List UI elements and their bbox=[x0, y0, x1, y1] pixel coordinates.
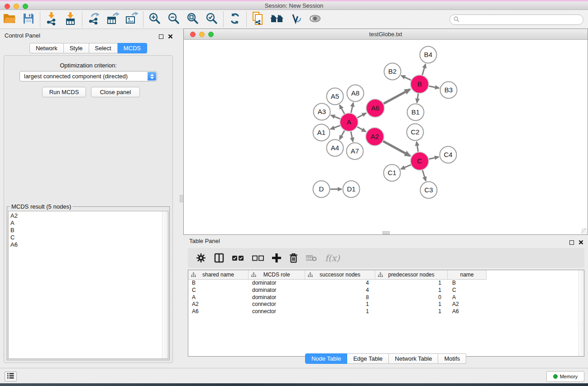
mcds-result-item[interactable]: A bbox=[10, 219, 168, 227]
close-table-panel-icon[interactable] bbox=[578, 238, 583, 247]
table-row-A2[interactable]: A2connector11A2 bbox=[188, 301, 584, 308]
graph-edge-B-B2[interactable] bbox=[401, 76, 411, 80]
graph-node-B2[interactable]: B2 bbox=[384, 63, 401, 80]
refresh-button[interactable] bbox=[225, 11, 244, 28]
table-row-A[interactable]: Adominator80A bbox=[188, 294, 584, 301]
mcds-result-item[interactable]: B bbox=[10, 227, 168, 234]
graph-edge-A-A2[interactable] bbox=[357, 127, 366, 131]
save-session-button[interactable] bbox=[19, 11, 38, 28]
close-panel-button[interactable]: Close panel bbox=[91, 87, 140, 97]
tab-network[interactable]: Network bbox=[29, 43, 64, 53]
graph-node-B1[interactable]: B1 bbox=[407, 104, 424, 121]
graph-node-A8[interactable]: A8 bbox=[347, 85, 364, 102]
graph-edge-B-B1[interactable] bbox=[417, 94, 418, 103]
graph-node-A3[interactable]: A3 bbox=[314, 104, 330, 120]
import-table-button[interactable] bbox=[61, 11, 80, 28]
table-tab-edge-table[interactable]: Edge Table bbox=[347, 353, 389, 364]
graph-edge-C-C4[interactable] bbox=[429, 157, 439, 159]
tab-select[interactable]: Select bbox=[89, 43, 118, 53]
graph-node-A5[interactable]: A5 bbox=[327, 88, 344, 105]
graph-node-C[interactable]: C bbox=[411, 152, 429, 170]
table-row-B[interactable]: Bdominator41B bbox=[188, 280, 584, 287]
graph-edge-B-B3[interactable] bbox=[429, 86, 439, 88]
export-table-button[interactable] bbox=[103, 11, 122, 28]
result-scrollbar[interactable] bbox=[162, 211, 168, 358]
graph-edge-A-A5[interactable] bbox=[339, 105, 344, 114]
table-tab-motifs[interactable]: Motifs bbox=[438, 353, 466, 364]
reset-layout-button[interactable] bbox=[268, 11, 287, 28]
clone-network-button[interactable] bbox=[249, 11, 268, 28]
resize-grip-icon[interactable] bbox=[581, 228, 587, 234]
table-settings-button[interactable] bbox=[196, 253, 206, 263]
graph-node-A6[interactable]: A6 bbox=[366, 99, 384, 117]
column-header-mcds-role[interactable]: MCDS role bbox=[249, 270, 305, 280]
graph-node-C2[interactable]: C2 bbox=[407, 124, 424, 141]
graph-node-B4[interactable]: B4 bbox=[420, 47, 437, 63]
column-header-shared-name[interactable]: shared name bbox=[188, 270, 249, 280]
graph-node-D[interactable]: D bbox=[313, 181, 330, 198]
mcds-result-item[interactable]: A2 bbox=[10, 212, 168, 219]
graph-node-B[interactable]: B bbox=[411, 75, 429, 93]
toolbar-search-field[interactable] bbox=[449, 14, 583, 25]
network-vertical-scroll-thumb[interactable] bbox=[180, 195, 183, 202]
mcds-result-item[interactable]: C bbox=[10, 234, 168, 241]
graph-node-B3[interactable]: B3 bbox=[440, 82, 457, 99]
graph-node-A1[interactable]: A1 bbox=[313, 124, 330, 141]
graph-edge-A-A3[interactable] bbox=[331, 115, 340, 119]
graph-node-A7[interactable]: A7 bbox=[347, 143, 363, 160]
graph-edge-A-A1[interactable] bbox=[330, 125, 340, 129]
graph-node-A4[interactable]: A4 bbox=[327, 140, 344, 157]
graph-node-C3[interactable]: C3 bbox=[421, 182, 437, 199]
open-session-button[interactable] bbox=[0, 11, 19, 28]
create-column-button[interactable] bbox=[272, 253, 281, 262]
table-scrollbar[interactable] bbox=[578, 270, 584, 356]
delete-table-button[interactable] bbox=[306, 254, 317, 262]
column-header-predecessor-nodes[interactable]: predecessor nodes bbox=[375, 270, 448, 280]
network-canvas[interactable]: B4B2BB3A8A5A6A3B1AA1C2A2A4A7C4CC1C3DD1 bbox=[184, 40, 588, 234]
graph-edge-A2-C[interactable] bbox=[383, 141, 410, 156]
zoom-selected-button[interactable] bbox=[202, 11, 221, 28]
network-window-title-bar[interactable]: testGlobe.txt bbox=[184, 29, 588, 40]
unselect-all-columns-button[interactable] bbox=[252, 255, 264, 261]
float-table-panel-icon[interactable] bbox=[569, 240, 574, 245]
graph-node-A2[interactable]: A2 bbox=[366, 128, 384, 146]
graph-edge-A-A7[interactable] bbox=[351, 132, 353, 142]
table-tab-node-table[interactable]: Node Table bbox=[305, 353, 348, 364]
column-header-name[interactable]: name bbox=[448, 270, 487, 280]
zoom-out-button[interactable] bbox=[164, 11, 183, 28]
graph-edge-C-C2[interactable] bbox=[416, 142, 418, 152]
mcds-result-item[interactable]: A6 bbox=[10, 241, 168, 248]
show-hide-button[interactable] bbox=[306, 11, 325, 28]
graph-node-C1[interactable]: C1 bbox=[384, 165, 401, 181]
search-input[interactable] bbox=[461, 17, 583, 23]
split-view-button[interactable] bbox=[214, 253, 224, 263]
delete-column-button[interactable] bbox=[289, 253, 298, 263]
zoom-fit-button[interactable] bbox=[183, 11, 202, 28]
memory-button[interactable]: Memory bbox=[546, 371, 584, 382]
task-history-button[interactable] bbox=[5, 372, 17, 381]
table-tab-network-table[interactable]: Network Table bbox=[389, 353, 438, 364]
import-network-button[interactable] bbox=[42, 11, 61, 28]
close-panel-icon[interactable] bbox=[168, 33, 173, 41]
float-panel-icon[interactable] bbox=[159, 34, 163, 39]
zoom-in-button[interactable] bbox=[145, 11, 164, 28]
tab-style[interactable]: Style bbox=[64, 43, 89, 53]
function-builder-button[interactable]: f(x) bbox=[325, 253, 340, 263]
graph-edge-C-C3[interactable] bbox=[422, 170, 425, 181]
column-header-successor-nodes[interactable]: successor nodes bbox=[305, 270, 375, 280]
tab-mcds[interactable]: MCDS bbox=[118, 43, 147, 53]
graph-edge-C-C1[interactable] bbox=[401, 165, 411, 169]
graph-edge-A6-B[interactable] bbox=[383, 89, 410, 104]
export-network-button[interactable] bbox=[84, 11, 103, 28]
table-row-C[interactable]: Cdominator41C bbox=[188, 287, 584, 294]
select-all-columns-button[interactable] bbox=[232, 255, 244, 261]
export-image-button[interactable] bbox=[122, 11, 141, 28]
graph-node-A[interactable]: A bbox=[340, 113, 358, 131]
graphics-details-button[interactable] bbox=[287, 11, 306, 28]
criterion-select[interactable]: largest connected component (directed) bbox=[19, 71, 157, 81]
graph-node-D1[interactable]: D1 bbox=[343, 181, 360, 198]
table-row-A6[interactable]: A6connector11A6 bbox=[188, 308, 584, 315]
graph-edge-A-A8[interactable] bbox=[351, 103, 353, 113]
network-horizontal-scroll-thumb[interactable] bbox=[382, 231, 390, 234]
graph-edge-B-B4[interactable] bbox=[422, 64, 425, 75]
